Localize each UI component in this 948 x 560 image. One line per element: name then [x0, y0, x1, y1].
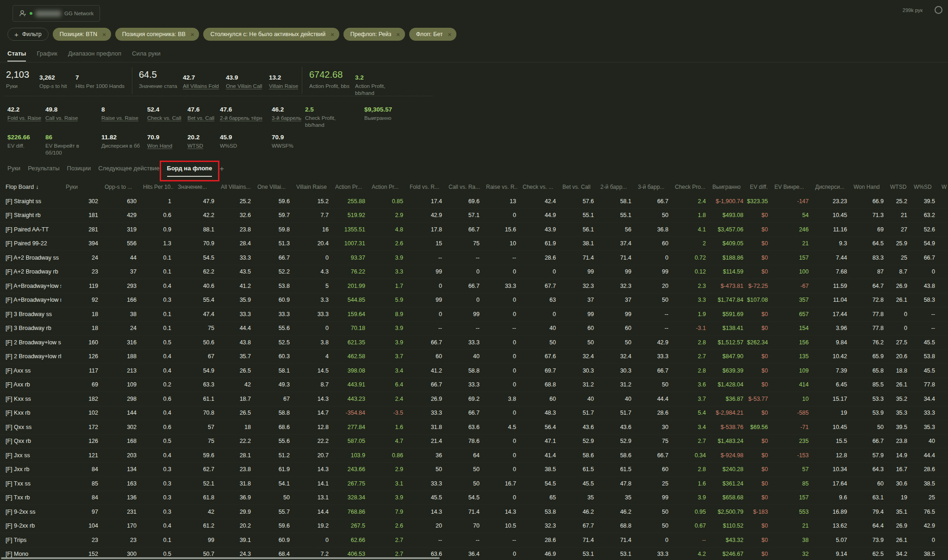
cell: 15.5: [811, 434, 849, 448]
column-header[interactable]: Action Pr...: [331, 180, 367, 194]
column-header[interactable]: EV diff.: [745, 180, 770, 194]
cell: 20.2: [216, 519, 253, 533]
cell: --: [444, 251, 481, 265]
stat-link[interactable]: Check vs. Call: [147, 115, 181, 121]
table-row[interactable]: [F] 9-2xx ss972310.34229.955.714.4768.86…: [0, 505, 948, 519]
column-header[interactable]: Руки: [61, 180, 100, 194]
table-row[interactable]: [F] Kxx ss1822980.661.118.76714.3443.232…: [0, 392, 948, 406]
secondary-tab[interactable]: Руки: [7, 165, 20, 178]
column-header[interactable]: 3-й барр...: [633, 180, 670, 194]
stat-link[interactable]: Fold vs. Raise: [7, 115, 41, 121]
stat-link[interactable]: Bet vs. Call: [187, 115, 214, 121]
column-header[interactable]: Check Pro...: [670, 180, 708, 194]
column-header[interactable]: Hits Per 10...: [138, 180, 173, 194]
cell: 25: [633, 477, 670, 491]
secondary-tab[interactable]: Позиции: [67, 165, 91, 178]
table-row[interactable]: [F] Paired 99-223945561.370.928.451.320.…: [0, 236, 948, 251]
secondary-tab[interactable]: Результаты: [28, 165, 59, 178]
stat-link[interactable]: WTSD: [187, 143, 203, 149]
cell: 231: [100, 505, 138, 519]
secondary-tab[interactable]: Борд на флопе: [167, 165, 212, 178]
column-header[interactable]: Flop Board↓: [0, 180, 61, 194]
table-row[interactable]: [F] Txx ss851630.352.131.854.114.1267.75…: [0, 477, 948, 491]
column-header[interactable]: 2-й барр...: [596, 180, 633, 194]
column-header[interactable]: Won Hand: [849, 180, 886, 194]
stat-link[interactable]: One Villain Call: [226, 83, 262, 89]
cell: 99: [405, 293, 444, 307]
cell: 69.6: [444, 194, 481, 208]
cell: 3.96: [811, 321, 849, 336]
cell: 99: [173, 533, 216, 548]
column-header[interactable]: W%SD: [909, 180, 937, 194]
table-row[interactable]: [F] Txx rb841360.361.836.95013.1328.343.…: [0, 491, 948, 505]
column-header[interactable]: WTSD: [886, 180, 909, 194]
table-row[interactable]: [F] A+Broadway+low rb921660.355.435.960.…: [0, 293, 948, 307]
cell: 0: [909, 533, 937, 548]
column-header[interactable]: Opp-s to ...: [100, 180, 138, 194]
column-header[interactable]: EV Винре...: [770, 180, 811, 194]
stat-link[interactable]: Raise vs. Raise: [101, 115, 138, 121]
table-row[interactable]: [F] Kxx rb1021440.470.826.558.814.7-354.…: [0, 406, 948, 420]
column-header[interactable]: Raise vs. R...: [481, 180, 518, 194]
cell: 27.5: [886, 336, 909, 350]
table-row[interactable]: [F] 9-2xx rb1041700.461.220.259.619.2267…: [0, 519, 948, 533]
cell: 2.8: [670, 336, 708, 350]
table-row[interactable]: [F] Qxx rb1261680.57522.255.622.2587.054…: [0, 434, 948, 448]
table-row[interactable]: [F] 2 Broadway+low rb1261880.46735.760.3…: [0, 349, 948, 364]
cell: 7.68: [811, 265, 849, 279]
column-header[interactable]: All Villains...: [216, 180, 253, 194]
stat-link[interactable]: 3-й баррель: [272, 115, 301, 121]
table-row[interactable]: [F] Qxx ss1723020.6571868.612.8277.841.6…: [0, 420, 948, 435]
stat-link[interactable]: All Villains Fold: [183, 83, 219, 89]
cell: $0: [745, 519, 770, 533]
stat-value: 42.2: [7, 106, 50, 113]
secondary-tab[interactable]: Следующее действие: [98, 165, 159, 178]
stat-value: 45.9: [220, 133, 249, 141]
cell: [F] 2 Broadway+low ss: [0, 336, 61, 350]
horizontal-scrollbar[interactable]: [1, 557, 440, 559]
table-row[interactable]: [F] Trips23230.19939.160.9062.662.7-----…: [0, 533, 948, 548]
table-row[interactable]: [F] A+2 Broadway rb23370.162.243.552.24.…: [0, 265, 948, 279]
table-row[interactable]: [F] Straight ss302630147.925.259.615.225…: [0, 194, 948, 208]
table-row[interactable]: [F] Jxx ss1212030.459.628.151.220.7103.9…: [0, 448, 948, 463]
cell: 50: [633, 519, 670, 533]
cell: 3.3: [367, 265, 405, 279]
cell: -585: [770, 406, 811, 420]
column-header[interactable]: Fold vs. R...: [405, 180, 444, 194]
cell: 429: [100, 208, 138, 223]
cell: 34.4: [909, 392, 937, 406]
column-header[interactable]: Action Pr...: [367, 180, 405, 194]
stat-link[interactable]: Villain Raise: [269, 83, 298, 89]
cell: 0: [481, 547, 518, 560]
cell: 38.5: [909, 477, 937, 491]
table-row[interactable]: [F] Jxx rb841340.362.723.861.914.3243.66…: [0, 462, 948, 477]
stat-link[interactable]: 2-й баррель тёрн: [220, 115, 262, 121]
table-row[interactable]: [F] 2 Broadway+low ss1603160.550.643.852…: [0, 336, 948, 350]
column-header[interactable]: Villain Raise: [292, 180, 331, 194]
stat-link[interactable]: Won Hand: [147, 143, 172, 149]
stat-link[interactable]: Call vs. Raise: [45, 115, 78, 121]
table-row[interactable]: [F] A+2 Broadway ss24440.154.533.366.709…: [0, 251, 948, 265]
cell: 0.6: [138, 392, 173, 406]
table-row[interactable]: [F] Axx rb691090.263.34249.38.7443.916.4…: [0, 378, 948, 392]
table-row[interactable]: [F] Axx ss1172130.454.926.558.114.5398.0…: [0, 364, 948, 378]
column-header[interactable]: Bet vs. Call: [558, 180, 596, 194]
table-row[interactable]: [F] Paired AA-TT2813190.988.123.859.8161…: [0, 223, 948, 237]
add-tab-button[interactable]: +: [219, 166, 224, 178]
column-header[interactable]: Call vs. Ra...: [444, 180, 481, 194]
column-header[interactable]: One Villai...: [253, 180, 292, 194]
cell: 43.8: [216, 336, 253, 350]
column-header[interactable]: Check vs. ...: [518, 180, 558, 194]
cell: 119: [61, 279, 100, 293]
table-row[interactable]: [F] 3 Broadway ss18380.147.433.333.333.3…: [0, 307, 948, 322]
column-header[interactable]: Значение...: [173, 180, 216, 194]
cell: 0: [292, 533, 331, 548]
table-row[interactable]: [F] A+Broadway+low ss1192930.440.641.253…: [0, 279, 948, 293]
column-header[interactable]: W: [937, 180, 948, 194]
column-header[interactable]: Дисперси...: [811, 180, 849, 194]
column-header[interactable]: Выигранно: [708, 180, 745, 194]
cell: $2,500.79: [708, 505, 745, 519]
table-row[interactable]: [F] 3 Broadway rb18240.17544.455.6070.18…: [0, 321, 948, 336]
table-row[interactable]: [F] Straight rb1814290.642.232.659.77.75…: [0, 208, 948, 223]
cell: 103.9: [331, 448, 367, 463]
